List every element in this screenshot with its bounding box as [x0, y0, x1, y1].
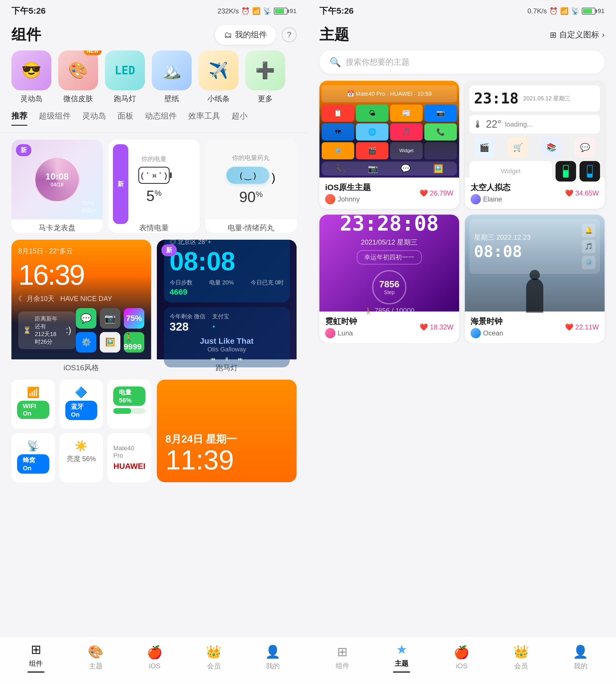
category-wechat[interactable]: NEW 🎨 微信皮肤	[58, 50, 98, 104]
nav-mine-left[interactable]: 👤 我的	[265, 644, 281, 670]
custom-icon-button[interactable]: ⊞ 自定义图标 ›	[550, 29, 604, 40]
large-widget-row: 8月15日 · 22°多云 16:39 ☾ 月余10天 HAVE NICE DA…	[12, 240, 296, 373]
play-icon[interactable]: ⏸	[224, 357, 229, 362]
neon-likes: ❤️ 18.32W	[419, 323, 454, 331]
date-widget-card[interactable]: 8月24日 星期一 11:39	[157, 380, 296, 482]
battery-progress	[113, 408, 146, 414]
wechat-pay-info: 今年剩余 微信 328	[170, 313, 206, 333]
tab-panel[interactable]: 面板	[117, 111, 133, 126]
neon-theme-name: 霓虹时钟	[325, 316, 357, 327]
question-icon: ?	[287, 30, 291, 39]
bluetooth-card[interactable]: 🔷 蓝牙 On	[60, 380, 103, 429]
category-running[interactable]: LED 跑马灯	[105, 50, 145, 104]
page-title-right: 主题	[320, 25, 349, 45]
sea-author-row: Ocean	[470, 328, 503, 338]
sea-avatar	[470, 328, 481, 338]
category-wechat-label: 微信皮肤	[63, 94, 93, 104]
running-top-info: ◎ 北京区 28°+ 08:08 今日步数 电量 20% 今日已充 0时 466…	[164, 240, 290, 302]
ios-theme-avatar	[325, 194, 335, 204]
nav-ios-left[interactable]: 🍎 iOS	[147, 645, 162, 670]
tab-lingdong[interactable]: 灵动岛	[82, 111, 106, 126]
signal-icon-right: 📶	[560, 7, 569, 15]
member-nav-label-right: 会员	[514, 661, 528, 670]
nav-widgets-right[interactable]: ⊞ 组件	[336, 644, 349, 670]
nav-theme-left[interactable]: 🎨 主题	[88, 644, 104, 670]
next-icon[interactable]: ⏭	[238, 357, 243, 362]
tab-efficiency[interactable]: 效率工具	[188, 111, 220, 126]
sea-preview: 星期三 2022.12.23 08:08 🔔 🎵 ⚙️	[465, 214, 604, 312]
category-more[interactable]: ➕ 更多	[245, 50, 285, 104]
brightness-card[interactable]: ☀️ 亮度 56%	[60, 433, 103, 482]
astronaut-author: Elaine	[483, 195, 502, 203]
astronaut-avatar	[470, 194, 481, 204]
prev-icon[interactable]: ⏮	[211, 357, 215, 362]
astronaut-theme-text: 太空人拟态 Elaine	[470, 182, 510, 204]
neon-likes-count: 18.32W	[430, 323, 454, 331]
widgets-section: 新 10:08 04/18 70% 星期一 马卡龙表盘 新 你的电量	[0, 133, 308, 636]
heart-icon-sea: ❤️	[565, 323, 573, 331]
custom-icon-label: 自定义图标	[559, 29, 599, 40]
category-smallnote[interactable]: ✈️ 小纸条	[198, 50, 238, 104]
battery-emotion-card[interactable]: 新 你的电量 ( ་ ⌑ ་ ) 5% 表情电量	[108, 140, 200, 233]
heart-icon-ios: ❤️	[419, 189, 428, 197]
brightness-icon: ☀️	[75, 440, 88, 452]
category-lingdongdao-label: 灵动岛	[20, 94, 43, 104]
ios-native-theme-card[interactable]: 📅 Mate40 Pro · HUAWEI · 10:59 📋 🌤 📰 📷 🗺 …	[320, 81, 459, 209]
astro-battery-row: Widget	[469, 161, 600, 182]
astro-temp-widget: 🌡 22° loading...	[469, 115, 600, 134]
battery-charge-value: 电量 56%	[113, 386, 146, 406]
wifi-toggle[interactable]: WIFI On	[17, 401, 49, 419]
tab-recommend[interactable]: 推荐	[12, 111, 27, 126]
bluetooth-toggle[interactable]: 蓝牙 On	[65, 401, 97, 420]
battery-app-icon: 75%	[124, 308, 144, 328]
battery-right	[582, 8, 595, 15]
new-badge: NEW	[84, 50, 102, 55]
neon-author-row: Luna	[325, 328, 357, 338]
ios-top-grid: 📅 Mate40 Pro · HUAWEI · 10:59	[322, 85, 457, 102]
astronaut-theme-card[interactable]: 23:18 2021.05.12 星期三 🌡 22° loading... 🎬 …	[465, 81, 604, 209]
battery-dark-icon	[555, 161, 576, 182]
signal-toggle[interactable]: 蜂窝 On	[17, 454, 49, 474]
astronaut-author-row: Elaine	[470, 194, 510, 204]
nav-member-left[interactable]: 👑 会员	[206, 644, 222, 670]
tab-super[interactable]: 超级组件	[39, 111, 71, 126]
battery-charge-card[interactable]: 电量 56%	[108, 380, 151, 429]
more-category-icon: ➕	[245, 50, 285, 90]
nav-mine-right[interactable]: 👤 我的	[573, 644, 588, 670]
widgets-nav-label: 组件	[29, 659, 43, 668]
sea-view-theme-card[interactable]: 星期三 2022.12.23 08:08 🔔 🎵 ⚙️	[465, 214, 604, 343]
tab-dynamic[interactable]: 动态组件	[145, 111, 177, 126]
category-lingdongdao[interactable]: 😎 灵动岛	[12, 50, 51, 104]
help-button[interactable]: ?	[282, 27, 296, 42]
astro-clock-widget: 23:18 2021.05.12 星期三	[469, 85, 600, 111]
running-stats-row: 今日步数 电量 20% 今日已充 0时	[170, 279, 284, 287]
alarm-icon-right: ⏰	[549, 7, 558, 15]
neon-theme-info: 霓虹时钟 Luna ❤️ 18.32W	[320, 312, 459, 343]
nav-ios-right[interactable]: 🍎 iOS	[454, 645, 469, 670]
widgets-nav-label-right: 组件	[336, 661, 349, 670]
my-widgets-label: 我的组件	[235, 29, 267, 40]
date-widget-date: 8月24日 星期一	[166, 432, 237, 446]
neon-clock-theme-card[interactable]: 23:28:08 2021/05/12 星期三 幸运年初四初一一 7856 St…	[320, 214, 459, 343]
header-right: 主题 ⊞ 自定义图标 ›	[308, 19, 616, 50]
wifi-card[interactable]: 📶 WIFI On	[12, 380, 55, 429]
nav-theme-right[interactable]: ★ 主题	[393, 642, 410, 672]
pill-battery-card[interactable]: 你的电量药丸 ( ‿ ) ) 90% 电量-情绪药丸	[205, 140, 296, 233]
bottom-nav-right: ⊞ 组件 ★ 主题 🍎 iOS 👑 会员 👤 我的	[308, 636, 616, 684]
nav-widgets-left[interactable]: ⊞ 组件	[27, 642, 44, 672]
running-led-card[interactable]: 新 ◎ 北京区 28°+ 08:08 今日步数 电量 20% 今日已充 0时 4…	[157, 240, 296, 373]
signal-card[interactable]: 📡 蜂窝 On	[12, 433, 55, 482]
member-nav-icon-left: 👑	[206, 644, 222, 659]
search-bar[interactable]: 🔍 搜索你想要的主题	[320, 50, 604, 74]
mine-nav-label-right: 我的	[574, 661, 588, 670]
ios-nav-label-left: iOS	[149, 662, 160, 670]
macaron-widget-card[interactable]: 新 10:08 04/18 70% 星期一 马卡龙表盘	[12, 140, 103, 233]
ios16-widget-card[interactable]: 8月15日 · 22°多云 16:39 ☾ 月余10天 HAVE NICE DA…	[12, 240, 151, 373]
tab-small[interactable]: 超小	[232, 111, 247, 126]
ios16-date: 8月15日 · 22°多云	[18, 247, 144, 256]
signal-card-icon: 📡	[27, 440, 40, 452]
my-widgets-button[interactable]: 🗂 我的组件	[215, 25, 276, 45]
nav-member-right[interactable]: 👑 会员	[513, 644, 529, 670]
tabs-row: 推荐 超级组件 灵动岛 面板 动态组件 效率工具 超小	[0, 111, 308, 133]
category-wallpaper[interactable]: 🏔️ 壁纸	[152, 50, 192, 104]
